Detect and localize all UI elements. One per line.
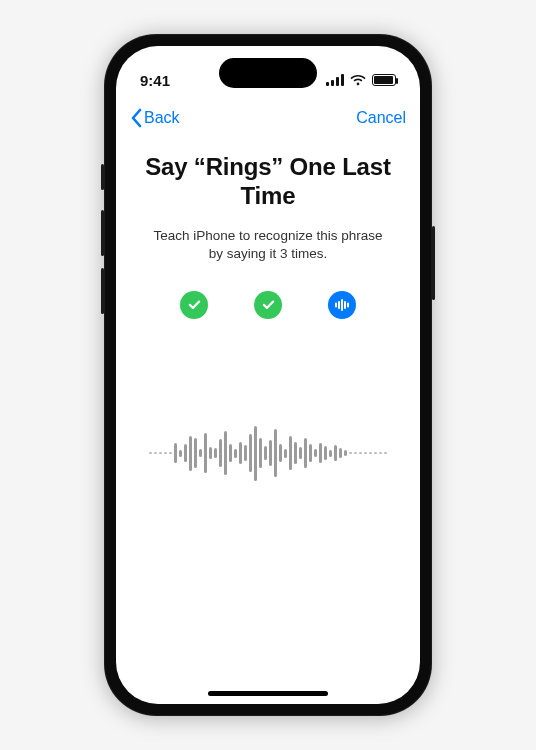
waveform-bar <box>329 450 332 457</box>
waveform-bar <box>219 439 222 467</box>
dynamic-island <box>219 58 317 88</box>
waveform-bar <box>224 431 227 475</box>
progress-dot-2 <box>254 291 282 319</box>
phone-frame: 9:41 Back Cancel <box>104 34 432 716</box>
progress-dots <box>138 291 398 319</box>
page-title: Say “Rings” One Last Time <box>138 152 398 211</box>
waveform-bar <box>244 445 247 461</box>
page-subtitle: Teach iPhone to recognize this phrase by… <box>138 227 398 263</box>
waveform-bar <box>259 438 262 468</box>
home-indicator <box>208 691 328 696</box>
progress-dot-3 <box>328 291 356 319</box>
sound-icon <box>334 298 350 312</box>
waveform-dot <box>159 452 162 455</box>
waveform-bar <box>229 444 232 462</box>
waveform-dot <box>164 452 167 455</box>
waveform-bar <box>234 449 237 458</box>
waveform-dot <box>149 452 152 455</box>
back-button[interactable]: Back <box>130 108 180 128</box>
waveform-dot <box>154 452 157 455</box>
power-button <box>432 226 435 300</box>
waveform-bar <box>199 449 202 457</box>
waveform-bar <box>284 449 287 458</box>
waveform-bar <box>274 429 277 477</box>
waveform-bar <box>194 438 197 468</box>
waveform-dot <box>169 452 172 455</box>
volume-up <box>101 210 104 256</box>
cellular-icon <box>326 74 344 86</box>
waveform-bar <box>304 438 307 468</box>
battery-icon <box>372 74 396 86</box>
waveform-bar <box>209 447 212 459</box>
waveform-bar <box>314 449 317 457</box>
waveform-bar <box>214 448 217 458</box>
waveform-bar <box>294 442 297 464</box>
waveform-bar <box>254 426 257 481</box>
nav-bar: Back Cancel <box>116 100 420 136</box>
status-time: 9:41 <box>140 72 170 89</box>
waveform-dot <box>359 452 362 455</box>
waveform-bar <box>204 433 207 473</box>
mute-switch <box>101 164 104 190</box>
waveform-dot <box>364 452 367 455</box>
waveform-bar <box>279 444 282 462</box>
check-icon <box>187 297 202 312</box>
svg-rect-0 <box>335 302 337 307</box>
progress-dot-1 <box>180 291 208 319</box>
waveform-bar <box>324 446 327 460</box>
status-right <box>326 74 396 86</box>
check-icon <box>261 297 276 312</box>
waveform-bar <box>174 443 177 463</box>
waveform-bar <box>289 436 292 470</box>
waveform-bar <box>299 447 302 459</box>
back-label: Back <box>144 109 180 127</box>
waveform <box>116 408 420 498</box>
svg-rect-2 <box>341 299 343 311</box>
waveform-bar <box>319 443 322 463</box>
waveform-dot <box>354 452 357 455</box>
waveform-bar <box>239 442 242 464</box>
svg-rect-4 <box>347 302 349 307</box>
waveform-bar <box>249 434 252 472</box>
waveform-bar <box>344 450 347 456</box>
waveform-bar <box>179 450 182 457</box>
chevron-left-icon <box>130 108 142 128</box>
content: Say “Rings” One Last Time Teach iPhone t… <box>116 152 420 319</box>
waveform-bar <box>184 444 187 462</box>
wifi-icon <box>350 74 366 86</box>
cancel-button[interactable]: Cancel <box>356 109 406 127</box>
waveform-bar <box>339 448 342 458</box>
waveform-dot <box>379 452 382 455</box>
volume-down <box>101 268 104 314</box>
waveform-bar <box>309 444 312 462</box>
waveform-dot <box>374 452 377 455</box>
screen: 9:41 Back Cancel <box>116 46 420 704</box>
waveform-bar <box>264 446 267 460</box>
waveform-bar <box>189 436 192 471</box>
waveform-bar <box>269 440 272 466</box>
svg-rect-1 <box>338 301 340 309</box>
waveform-dot <box>349 452 352 455</box>
waveform-dot <box>369 452 372 455</box>
waveform-dot <box>384 452 387 455</box>
waveform-bar <box>334 445 337 461</box>
svg-rect-3 <box>344 301 346 309</box>
